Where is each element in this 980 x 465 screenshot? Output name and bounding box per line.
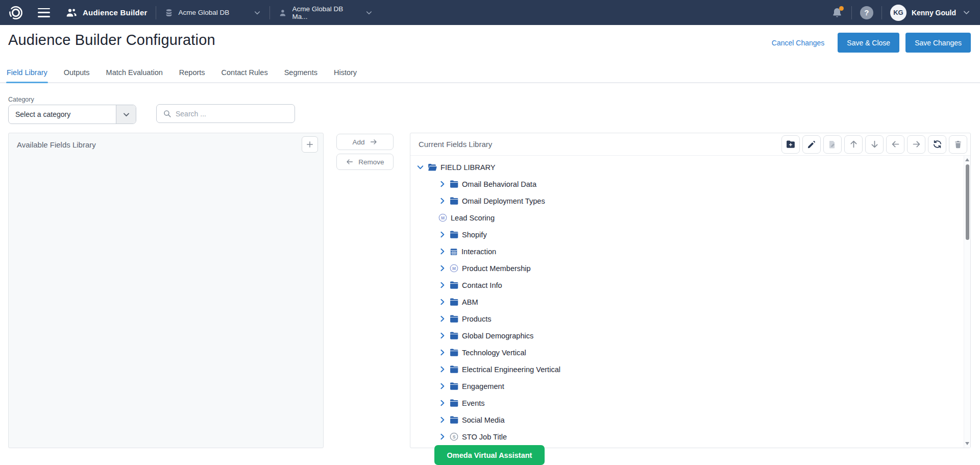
tab-match-evaluation[interactable]: Match Evaluation xyxy=(106,68,163,82)
tree-scrollbar[interactable] xyxy=(964,156,970,448)
refresh-button[interactable] xyxy=(928,135,946,154)
chevron-right-icon[interactable] xyxy=(438,231,446,238)
chevron-right-icon[interactable] xyxy=(438,281,446,289)
search-input[interactable] xyxy=(176,110,289,118)
tree-item-electrical-engineering-vertical[interactable]: Electrical Engineering Vertical xyxy=(438,361,960,378)
chevron-down-icon[interactable] xyxy=(116,105,136,124)
tree-item-label: Engagement xyxy=(462,382,504,390)
folder-icon xyxy=(450,382,458,390)
tree-item-omail-behavioral-data[interactable]: Omail Behavioral Data xyxy=(438,176,960,192)
database-selector[interactable]: Acme Global DB xyxy=(164,8,261,17)
tree-item-technology-vertical[interactable]: Technology Vertical xyxy=(438,344,960,361)
nav-divider xyxy=(851,6,852,19)
hamburger-menu-icon[interactable] xyxy=(38,8,50,17)
add-field-button[interactable] xyxy=(302,136,318,153)
tree-item-global-demographics[interactable]: Global Demographics xyxy=(438,327,960,344)
chevron-right-icon[interactable] xyxy=(438,365,446,373)
tab-outputs[interactable]: Outputs xyxy=(63,68,90,82)
tree-item-shopify[interactable]: Shopify xyxy=(438,226,960,243)
tree-item-contact-info[interactable]: Contact Info xyxy=(438,277,960,293)
tree-item-label: Electrical Engineering Vertical xyxy=(462,365,560,374)
tree-item-social-media[interactable]: Social Media xyxy=(438,411,960,428)
tree-item-omail-deployment-types[interactable]: Omail Deployment Types xyxy=(438,192,960,209)
tab-field-library[interactable]: Field Library xyxy=(6,68,48,82)
tree-item-label: Interaction xyxy=(461,248,496,256)
notification-badge xyxy=(839,6,844,11)
move-up-button[interactable] xyxy=(844,135,863,154)
category-select-value: Select a category xyxy=(9,105,116,124)
current-fields-header: Current Fields Library xyxy=(410,133,970,156)
omeda-logo xyxy=(8,5,23,20)
chevron-right-icon[interactable] xyxy=(438,248,446,255)
svg-text:S: S xyxy=(453,434,456,439)
category-select[interactable]: Select a category xyxy=(8,105,136,124)
chevron-down-icon[interactable] xyxy=(962,8,971,17)
chevron-right-icon[interactable] xyxy=(438,433,446,440)
help-icon[interactable]: ? xyxy=(860,6,873,19)
chevron-right-icon[interactable] xyxy=(438,349,446,356)
move-down-button[interactable] xyxy=(865,135,884,154)
tree-item-sto-job-title[interactable]: SSTO Job Title xyxy=(438,428,960,445)
user-avatar[interactable]: KG xyxy=(890,5,906,21)
tree-item-label: Products xyxy=(462,315,492,323)
svg-text:M: M xyxy=(441,215,445,221)
delete-button[interactable] xyxy=(949,135,967,154)
chevron-right-icon[interactable] xyxy=(438,416,446,424)
scrollbar-thumb[interactable] xyxy=(966,164,969,240)
tree-item-engagement[interactable]: Engagement xyxy=(438,378,960,395)
audience-people-icon xyxy=(65,7,78,19)
tree-item-label: Shopify xyxy=(462,231,487,239)
edit-pencil-icon xyxy=(807,140,816,149)
tree-item-product-membership[interactable]: MProduct Membership xyxy=(438,260,960,277)
chevron-right-icon[interactable] xyxy=(438,382,446,390)
tab-contact-rules[interactable]: Contact Rules xyxy=(221,68,268,82)
omeda-virtual-assistant-button[interactable]: Omeda Virtual Assistant xyxy=(434,445,545,465)
tab-segments[interactable]: Segments xyxy=(284,68,318,82)
tree-item-events[interactable]: Events xyxy=(438,395,960,411)
folder-icon xyxy=(450,416,458,424)
scrollbar-up-arrow[interactable] xyxy=(965,158,969,161)
tree-item-abm[interactable]: ABM xyxy=(438,293,960,310)
save-changes-button[interactable]: Save Changes xyxy=(905,33,971,53)
chevron-right-icon[interactable] xyxy=(438,298,446,306)
remove-selected-button[interactable]: Remove xyxy=(336,154,394,170)
chevron-down-icon[interactable] xyxy=(416,163,424,171)
notifications-button[interactable] xyxy=(831,7,843,19)
available-fields-title: Available Fields Library xyxy=(17,140,96,149)
tree-item-label: Omail Deployment Types xyxy=(462,197,545,205)
available-fields-header: Available Fields Library xyxy=(9,133,323,156)
tree-item-interaction[interactable]: Interaction xyxy=(438,243,960,260)
profile-selector-value: Acme Global DB Ma... xyxy=(292,5,359,20)
chevron-right-icon[interactable] xyxy=(438,264,446,272)
chevron-right-icon[interactable] xyxy=(438,197,446,205)
current-fields-panel: Current Fields Library xyxy=(410,133,971,448)
new-folder-button[interactable] xyxy=(781,135,800,154)
tree-root-field-library[interactable]: FIELD LIBRARY xyxy=(416,159,960,176)
folder-icon xyxy=(450,180,458,188)
app-switcher[interactable]: Audience Builder xyxy=(65,7,148,19)
header-actions: Cancel Changes Save & Close Save Changes xyxy=(772,33,971,53)
move-right-button[interactable] xyxy=(907,135,925,154)
tree-item-label: Product Membership xyxy=(462,264,531,273)
cancel-changes-button[interactable]: Cancel Changes xyxy=(772,39,825,47)
chevron-right-icon[interactable] xyxy=(438,180,446,188)
profile-selector[interactable]: Acme Global DB Ma... xyxy=(278,5,373,20)
folder-icon xyxy=(450,315,458,323)
chevron-right-icon[interactable] xyxy=(438,399,446,407)
tab-history[interactable]: History xyxy=(333,68,357,82)
category-label: Category xyxy=(8,96,34,103)
tree-item-products[interactable]: Products xyxy=(438,310,960,327)
tab-reports[interactable]: Reports xyxy=(179,68,206,82)
add-selected-button[interactable]: Add xyxy=(336,134,394,150)
chevron-right-icon[interactable] xyxy=(438,315,446,323)
s-circle-icon: S xyxy=(450,432,458,441)
tree-item-lead-scoring[interactable]: MLead Scoring xyxy=(438,209,960,226)
save-and-close-button[interactable]: Save & Close xyxy=(838,33,899,53)
move-left-button[interactable] xyxy=(886,135,904,154)
scrollbar-down-arrow[interactable] xyxy=(965,442,969,445)
edit-button[interactable] xyxy=(802,135,821,154)
tree-item-label: Social Media xyxy=(462,416,505,424)
chevron-right-icon[interactable] xyxy=(438,332,446,339)
folder-icon xyxy=(450,298,458,306)
database-selector-value: Acme Global DB xyxy=(179,9,230,16)
